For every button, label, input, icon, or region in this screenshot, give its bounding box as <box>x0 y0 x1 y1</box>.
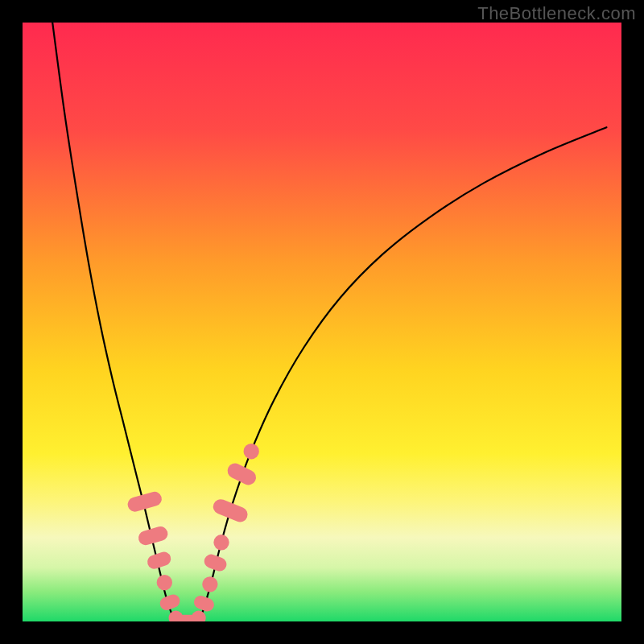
marker-pill-8 <box>192 594 216 613</box>
marker-pill-0 <box>126 490 163 514</box>
marker-pill-10 <box>202 552 228 573</box>
marker-dot-11 <box>213 535 229 550</box>
plot-area <box>23 23 621 621</box>
marker-pill-13 <box>225 460 259 487</box>
chart-frame: TheBottleneck.com <box>0 0 644 644</box>
marker-dot-9 <box>202 576 217 592</box>
watermark-text: TheBottleneck.com <box>477 3 636 24</box>
marker-pill-1 <box>137 525 170 547</box>
marker-pill-4 <box>158 592 181 612</box>
marker-pill-2 <box>146 550 173 570</box>
marker-dot-14 <box>244 444 259 459</box>
marker-dot-3 <box>157 575 172 590</box>
marker-dot-7 <box>192 611 206 621</box>
marker-layer <box>23 23 621 621</box>
marker-pill-12 <box>211 497 250 524</box>
